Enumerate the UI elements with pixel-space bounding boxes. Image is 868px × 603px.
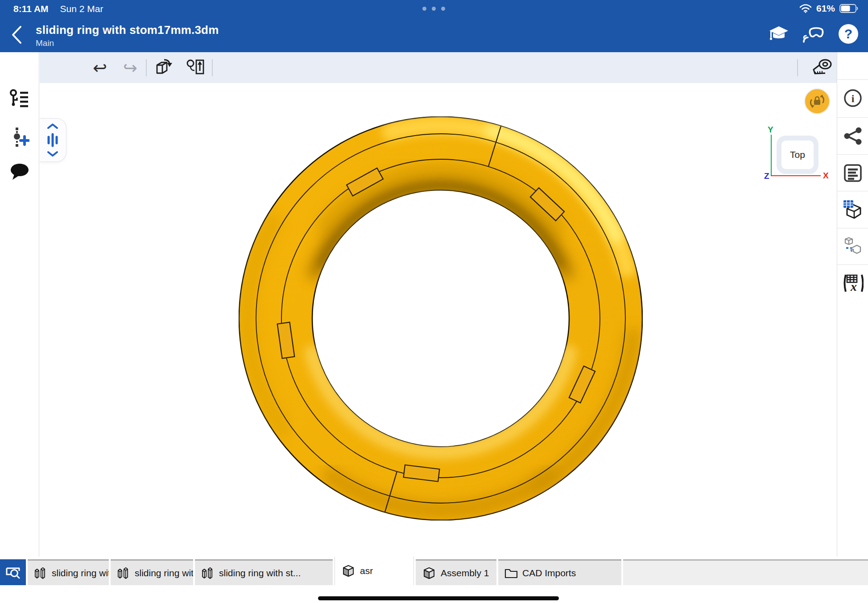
ipad-status-bar: 8:11 AM Sun 2 Mar 61% xyxy=(0,0,868,18)
bodies-icon xyxy=(117,566,130,580)
copy-body-button[interactable] xyxy=(151,52,175,83)
svg-text:x: x xyxy=(850,280,857,293)
share-icon xyxy=(843,127,862,145)
gold-ring-model[interactable] xyxy=(239,116,643,520)
left-sidebar xyxy=(0,52,39,557)
search-document-icon xyxy=(5,565,21,579)
add-item-button[interactable] xyxy=(0,123,39,152)
help-button[interactable]: ? xyxy=(838,23,859,45)
copy-body-icon xyxy=(153,58,173,78)
x-axis-label: X xyxy=(823,171,829,181)
variables-button[interactable]: x xyxy=(837,264,868,301)
top-toolbar: ↩ ↪ xyxy=(40,52,837,83)
history-slider-handle-icon[interactable] xyxy=(46,132,59,148)
items-list-button[interactable] xyxy=(837,154,868,191)
tab-document-3[interactable]: sliding ring with st... xyxy=(195,559,333,585)
tab-label: sliding ring with st... xyxy=(52,568,109,578)
assembly-cube-icon xyxy=(341,564,355,578)
tab-document-2[interactable]: sliding ring with st... xyxy=(111,559,193,585)
document-header: sliding ring with stom17mm.3dm Main xyxy=(0,18,868,52)
wifi-icon xyxy=(799,4,812,13)
instance-icon xyxy=(843,236,863,257)
history-tree-icon xyxy=(9,89,30,109)
isometric-views-button[interactable] xyxy=(837,191,868,227)
comments-button[interactable] xyxy=(0,157,39,186)
home-indicator[interactable] xyxy=(318,596,559,600)
multitasking-dots-icon[interactable] xyxy=(422,7,445,11)
svg-text:?: ? xyxy=(844,26,852,41)
modeling-viewport[interactable]: Top Y X Z xyxy=(40,83,837,557)
chevron-down-icon[interactable] xyxy=(47,151,58,157)
bodies-icon xyxy=(34,566,47,580)
undo-button[interactable]: ↩ xyxy=(88,52,112,83)
vr-headset-signal-icon xyxy=(802,24,825,44)
workspace-name: Main xyxy=(36,38,54,48)
graduation-cap-icon xyxy=(769,25,789,43)
ar-view-button[interactable] xyxy=(803,23,824,45)
add-construction-axis-icon xyxy=(10,127,29,148)
battery-icon xyxy=(839,4,858,13)
view-label: Top xyxy=(790,149,805,160)
history-slider-flyout[interactable] xyxy=(40,118,66,162)
orbit-lock-icon xyxy=(808,92,826,110)
undo-icon: ↩ xyxy=(93,59,107,76)
items-list-icon xyxy=(843,163,863,183)
translate-body-icon xyxy=(186,58,206,78)
chevron-up-icon[interactable] xyxy=(47,123,58,129)
redo-icon: ↪ xyxy=(123,59,137,76)
tape-measure-icon xyxy=(812,58,833,78)
tab-label: Assembly 1 xyxy=(441,568,489,578)
orbit-lock-button[interactable] xyxy=(804,88,830,114)
tab-document-1[interactable]: sliding ring with st... xyxy=(28,559,109,585)
y-axis-line xyxy=(771,135,772,176)
svg-text:i: i xyxy=(851,93,855,104)
view-orientation-gizmo[interactable]: Top Y X Z xyxy=(767,127,837,185)
measure-button[interactable] xyxy=(810,52,835,83)
chat-bubble-icon xyxy=(10,163,29,181)
back-button[interactable] xyxy=(11,24,27,45)
variables-fx-icon: x xyxy=(842,273,864,293)
status-time: 8:11 AM xyxy=(13,4,49,14)
tab-label: sliding ring with st... xyxy=(135,568,193,578)
help-icon: ? xyxy=(838,24,859,44)
folder-icon xyxy=(504,567,518,579)
grid-cube-icon xyxy=(843,199,863,220)
bodies-icon xyxy=(201,566,215,580)
right-sidebar: i xyxy=(837,52,868,557)
search-button[interactable] xyxy=(0,559,26,585)
translate-body-button[interactable] xyxy=(184,52,208,83)
history-tree-button[interactable] xyxy=(0,85,39,113)
document-tab-bar: sliding ring with st... sliding ring wit… xyxy=(0,557,868,585)
redo-button[interactable]: ↪ xyxy=(118,52,142,83)
info-icon: i xyxy=(843,88,863,108)
view-cube-face[interactable]: Top xyxy=(781,140,814,169)
tab-label: asr xyxy=(360,566,373,576)
y-axis-label: Y xyxy=(768,125,773,135)
x-axis-line xyxy=(771,175,821,176)
document-title: sliding ring with stom17mm.3dm xyxy=(36,23,219,37)
learn-button[interactable] xyxy=(768,23,789,45)
tab-label: CAD Imports xyxy=(522,568,576,578)
create-instance-button[interactable] xyxy=(837,228,868,264)
info-button[interactable]: i xyxy=(837,79,868,116)
tab-assembly-1[interactable]: Assembly 1 xyxy=(416,559,496,585)
tab-cad-imports[interactable]: CAD Imports xyxy=(498,559,621,585)
shapr3d-app-window: 8:11 AM Sun 2 Mar 61% xyxy=(0,0,868,603)
assembly-cube-icon xyxy=(422,566,436,580)
tab-bar-filler xyxy=(623,559,868,585)
share-button[interactable] xyxy=(837,117,868,154)
z-axis-label: Z xyxy=(764,171,769,181)
tab-asr-active[interactable]: asr xyxy=(335,557,414,585)
tab-label: sliding ring with st... xyxy=(219,568,301,578)
status-date: Sun 2 Mar xyxy=(60,4,103,14)
battery-percent: 61% xyxy=(816,3,835,14)
